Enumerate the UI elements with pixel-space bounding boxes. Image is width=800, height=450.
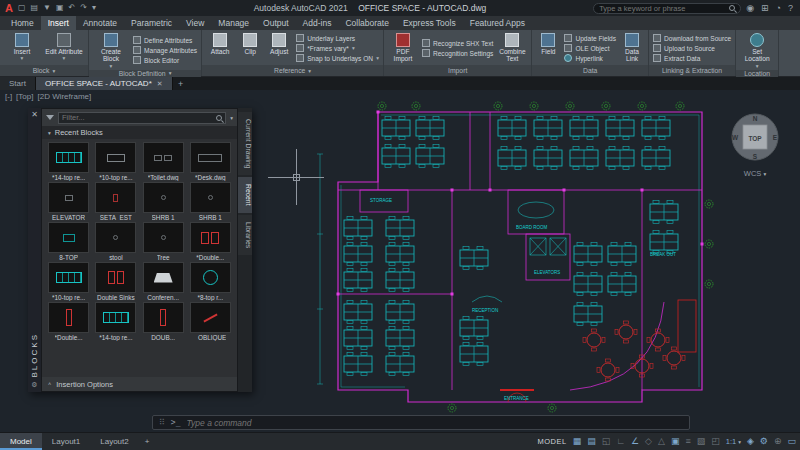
redo-icon[interactable]: ↷	[80, 4, 87, 12]
panel-label-linking-extraction[interactable]: Linking & Extraction	[649, 65, 735, 76]
filter-input[interactable]	[62, 113, 213, 122]
viewport-menu-control[interactable]: [-]	[5, 92, 12, 101]
clip-button[interactable]: Clip	[238, 32, 262, 64]
field-button[interactable]: Field	[536, 32, 560, 64]
account-icon[interactable]: ◉	[746, 4, 754, 13]
manage-attributes-button[interactable]: Manage Attributes	[133, 46, 197, 54]
command-line[interactable]: ⠿ >_	[152, 415, 690, 430]
combine-text-button[interactable]: Combine Text	[497, 32, 527, 64]
block-item[interactable]: _OBLIQUE	[188, 302, 233, 341]
panel-label-reference[interactable]: Reference▾	[202, 65, 383, 76]
block-item[interactable]: DOUB...	[141, 302, 186, 341]
block-item[interactable]: *Double...	[188, 222, 233, 261]
lineweight-icon[interactable]: ≡	[685, 437, 690, 446]
palette-tab-libraries[interactable]: Libraries	[238, 215, 252, 255]
ribbon-tab-insert[interactable]: Insert	[41, 16, 76, 30]
panel-label-block[interactable]: Block▾	[0, 65, 88, 76]
block-item[interactable]: SHRB 1	[188, 182, 233, 221]
snap-mode-icon[interactable]: ▤	[587, 437, 596, 446]
notification-icon[interactable]: ◔	[776, 4, 781, 13]
ribbon-tab-express-tools[interactable]: Express Tools	[396, 16, 463, 30]
panel-label-location[interactable]: Location	[736, 70, 778, 77]
layout-tab-model[interactable]: Model	[0, 433, 42, 450]
panel-label-data[interactable]: Data	[532, 65, 648, 76]
ribbon-tab-home[interactable]: Home	[4, 16, 41, 30]
print-icon[interactable]: ▣	[56, 4, 64, 12]
layout-tab-layout2[interactable]: Layout2	[90, 433, 138, 450]
palette-tab-recent[interactable]: Recent	[238, 177, 252, 213]
block-item[interactable]: *Desk.dwg	[188, 142, 233, 181]
palette-properties-icon[interactable]: ⚙	[31, 381, 37, 389]
polar-tracking-icon[interactable]: ∠	[631, 437, 639, 446]
block-item[interactable]: *10-top re...	[93, 142, 138, 181]
block-item[interactable]: 8-TOP	[46, 222, 91, 261]
recognize-shx-text-button[interactable]: Recognize SHX Text	[422, 39, 493, 47]
ortho-mode-icon[interactable]: ∟	[616, 437, 625, 446]
help-icon[interactable]: ?	[788, 4, 793, 13]
ribbon-tab-collaborate[interactable]: Collaborate	[338, 16, 395, 30]
block-item[interactable]: *14-top re...	[46, 142, 91, 181]
block-item[interactable]: Tree	[141, 222, 186, 261]
underlay-layers-button[interactable]: Underlay Layers	[296, 34, 379, 42]
new-layout-button[interactable]: +	[139, 433, 156, 450]
close-palette-icon[interactable]: ✕	[31, 110, 38, 119]
snap-to-underlays-dropdown[interactable]: Snap to Underlays ON ▾	[296, 54, 379, 62]
palette-tab-current-drawing[interactable]: Current Drawing	[238, 112, 252, 175]
frames-dropdown[interactable]: *Frames vary* ▾	[296, 44, 379, 52]
help-search-input[interactable]	[599, 4, 726, 13]
ribbon-tab-featured-apps[interactable]: Featured Apps	[463, 16, 532, 30]
object-snap-icon[interactable]: ▣	[671, 437, 680, 446]
workspace-switching-icon[interactable]: ⚙	[760, 437, 768, 446]
ribbon-tab-output[interactable]: Output	[256, 16, 296, 30]
close-tab-icon[interactable]: ✕	[157, 80, 163, 88]
block-item[interactable]: stool	[93, 222, 138, 261]
panel-label-import[interactable]: Import	[384, 65, 531, 76]
create-block-button[interactable]: Create Block ▾	[93, 32, 129, 69]
grid-display-icon[interactable]: ▦	[573, 437, 582, 446]
layout-tab-layout1[interactable]: Layout1	[42, 433, 90, 450]
panel-label-block-definition[interactable]: Block Definition▾	[89, 70, 201, 77]
adjust-button[interactable]: Adjust	[266, 32, 292, 64]
data-link-button[interactable]: Data Link	[620, 32, 644, 64]
application-menu-icon[interactable]: A	[5, 3, 13, 14]
open-icon[interactable]: ▤	[31, 4, 39, 12]
edit-attribute-button[interactable]: Edit Attribute ▾	[44, 32, 84, 64]
app-store-icon[interactable]: ⊞	[761, 4, 769, 13]
help-search[interactable]	[593, 3, 741, 14]
block-item[interactable]: SETA_EST	[93, 182, 138, 221]
object-snap-tracking-icon[interactable]: △	[658, 437, 665, 446]
block-item[interactable]: SHRB 1	[141, 182, 186, 221]
viewport-style-control[interactable]: [2D Wireframe]	[37, 92, 91, 101]
viewport-view-control[interactable]: [Top]	[16, 92, 33, 101]
block-item[interactable]: *8-top r...	[188, 262, 233, 301]
ribbon-tab-view[interactable]: View	[179, 16, 211, 30]
set-location-button[interactable]: Set Location ▾	[740, 32, 774, 69]
ole-object-button[interactable]: OLE Object	[564, 44, 616, 52]
undo-icon[interactable]: ↶	[69, 4, 76, 12]
drawing-area[interactable]: [-] [Top] [2D Wireframe]	[0, 90, 800, 432]
update-fields-button[interactable]: Update Fields	[564, 34, 616, 42]
attach-button[interactable]: Attach	[206, 32, 234, 64]
qat-caret-icon[interactable]: ▾	[92, 4, 96, 12]
pdf-import-button[interactable]: PDF Import	[388, 32, 418, 64]
infer-constraints-icon[interactable]: ◱	[602, 437, 611, 446]
block-item[interactable]: ELEVATOR	[46, 182, 91, 221]
new-tab-button[interactable]: +	[173, 77, 189, 90]
upload-to-source-button[interactable]: Upload to Source	[653, 44, 731, 52]
new-icon[interactable]: ▢	[18, 4, 26, 12]
ribbon-tab-addins[interactable]: Add-ins	[296, 16, 339, 30]
filter-field[interactable]	[58, 112, 226, 124]
block-item[interactable]: *Double...	[46, 302, 91, 341]
recognition-settings-button[interactable]: Recognition Settings	[422, 49, 493, 57]
save-icon[interactable]: ▼	[43, 4, 51, 12]
transparency-icon[interactable]: ▧	[697, 437, 706, 446]
wcs-menu[interactable]: WCS ▾	[729, 169, 781, 178]
viewcube[interactable]: TOP N S W E WCS ▾	[729, 111, 781, 178]
palette-title-strip[interactable]: ✕ BLOCKS ⚙	[28, 108, 41, 392]
block-item[interactable]: *14-top re...	[93, 302, 138, 341]
block-item[interactable]: Double Sinks	[93, 262, 138, 301]
block-item[interactable]: *Toilet.dwg	[141, 142, 186, 181]
clean-screen-icon[interactable]: ▭	[787, 437, 796, 446]
file-tab-document[interactable]: OFFICE SPACE - AUTOCAD* ✕	[36, 77, 173, 90]
block-item[interactable]: Conferen...	[141, 262, 186, 301]
